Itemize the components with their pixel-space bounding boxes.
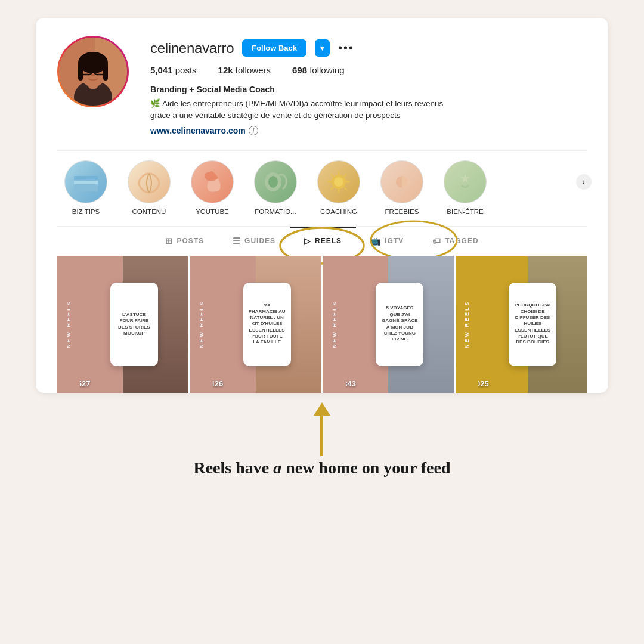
reel-item-2[interactable]: NEW REELS MA PHARMACIE AU NATUREL : UN K… <box>190 256 321 393</box>
tab-guides[interactable]: ☰ GUIDES <box>218 227 290 254</box>
posts-icon: ⊞ <box>165 236 173 246</box>
reel2-text: MA PHARMACIE AU NATUREL : UN KIT D'HUILE… <box>249 302 286 346</box>
tab-tagged[interactable]: 🏷 TAGGED <box>418 227 493 254</box>
annotation-text-part1: Reels have <box>193 459 273 477</box>
reel4-text: POURQUOI J'AI CHOISI DE DIFFUSER DES HUI… <box>514 302 551 346</box>
profile-top-row: celinenavarro Follow Back ▾ ••• <box>150 39 587 57</box>
tab-tagged-label: TAGGED <box>445 237 478 245</box>
dropdown-button[interactable]: ▾ <box>315 39 330 57</box>
instagram-card: celinenavarro Follow Back ▾ ••• 5,041 po… <box>36 18 608 393</box>
highlight-freebies[interactable]: FREEBIES <box>373 160 431 215</box>
bio-line1: 🌿 Aide les entrepreneurs (PME/MLM/VDI)à … <box>150 98 587 110</box>
arrow-stem <box>320 414 323 456</box>
highlight-circle-freebies <box>380 160 423 203</box>
igtv-icon: 📺 <box>370 236 381 246</box>
arrow-head-icon <box>314 402 330 416</box>
reels-grid: NEW REELS L'ASTUCE POUR FAIRE DES STORIE… <box>57 254 587 393</box>
tab-reels-label: REELS <box>315 237 342 245</box>
arrow-up-annotation <box>314 402 330 456</box>
page-container: celinenavarro Follow Back ▾ ••• 5,041 po… <box>0 0 644 644</box>
highlight-circle-contenu <box>128 160 171 203</box>
follow-back-button[interactable]: Follow Back <box>242 39 306 57</box>
tab-guides-label: GUIDES <box>244 237 275 245</box>
highlight-bienetre[interactable]: BIEN-ÊTRE <box>436 160 494 215</box>
svg-line-28 <box>331 187 333 190</box>
svg-rect-14 <box>74 183 98 191</box>
highlight-label-biz: BIZ TIPS <box>72 208 100 215</box>
profile-info: celinenavarro Follow Back ▾ ••• 5,041 po… <box>150 36 587 137</box>
highlight-contenu[interactable]: CONTENU <box>120 160 178 215</box>
tab-posts-label: POSTS <box>177 237 204 245</box>
bio-link[interactable]: www.celinenavarro.com <box>150 125 246 137</box>
highlight-formation[interactable]: FORMATIO... <box>247 160 304 215</box>
highlight-circle-biz <box>64 160 107 203</box>
reel1-text: L'ASTUCE POUR FAIRE DES STORIES MOCKUP <box>116 312 153 337</box>
svg-point-13 <box>91 74 95 76</box>
svg-rect-16 <box>74 176 98 181</box>
avatar-ring <box>57 36 129 107</box>
highlight-circle-bienetre <box>444 160 487 203</box>
highlight-youtube[interactable]: YOUTUBE <box>184 160 241 215</box>
bio-name: Branding + Social Media Coach <box>150 83 587 96</box>
reel-item-1[interactable]: NEW REELS L'ASTUCE POUR FAIRE DES STORIE… <box>57 256 188 393</box>
highlight-label-bienetre: BIEN-ÊTRE <box>447 208 483 215</box>
followers-stat: 12k followers <box>218 65 271 75</box>
tab-igtv[interactable]: 📺 IGTV <box>356 227 418 254</box>
tab-igtv-label: IGTV <box>385 237 404 245</box>
highlight-circle-formation <box>254 160 297 203</box>
svg-line-25 <box>331 174 333 177</box>
highlight-label-formation: FORMATIO... <box>255 208 296 215</box>
stats-row: 5,041 posts 12k followers 698 following <box>150 65 587 75</box>
following-stat: 698 following <box>292 65 345 75</box>
bio-line2: grâce à une véritable stratégie de vente… <box>150 110 587 122</box>
highlight-label-contenu: CONTENU <box>132 208 166 215</box>
info-icon[interactable]: i <box>249 126 258 135</box>
profile-header: celinenavarro Follow Back ▾ ••• 5,041 po… <box>57 36 587 137</box>
tabs-container: ⊞ POSTS ☰ GUIDES ▷ REELS 📺 IGTV 🏷 TA <box>57 226 587 254</box>
reels-icon: ▷ <box>304 236 311 246</box>
svg-line-26 <box>344 187 346 190</box>
following-count: 698 <box>292 65 307 75</box>
highlight-label-freebies: FREEBIES <box>385 208 419 215</box>
tab-posts[interactable]: ⊞ POSTS <box>151 227 218 254</box>
reel-item-3[interactable]: NEW REELS 5 VOYAGES QUE J'AI GAGNÉ GRÂCE… <box>323 256 454 393</box>
posts-stat: 5,041 posts <box>150 65 197 75</box>
tabs-row: ⊞ POSTS ☰ GUIDES ▷ REELS 📺 IGTV 🏷 TA <box>57 227 587 254</box>
highlight-label-coaching: COACHING <box>320 208 357 215</box>
tagged-icon: 🏷 <box>432 236 441 246</box>
svg-point-20 <box>334 177 343 187</box>
followers-count: 12k <box>218 65 233 75</box>
bio: Branding + Social Media Coach 🌿 Aide les… <box>150 83 587 137</box>
chevron-right-icon: › <box>576 174 592 190</box>
annotation-text: Reels have a new home on your feed <box>193 459 450 478</box>
highlight-circle-youtube <box>191 160 234 203</box>
svg-line-27 <box>344 174 346 177</box>
highlight-coaching[interactable]: COACHING <box>310 160 367 215</box>
reel-item-4[interactable]: NEW REELS POURQUOI J'AI CHOISI DE DIFFUS… <box>456 256 587 393</box>
highlight-label-youtube: YOUTUBE <box>196 208 229 215</box>
highlights-more-button[interactable]: › <box>575 160 593 203</box>
bio-link-row: www.celinenavarro.com i <box>150 125 587 137</box>
tab-reels[interactable]: ▷ REELS <box>290 227 356 254</box>
annotation-text-part2: new home on your feed <box>281 459 450 477</box>
annotation-text-italic: a <box>273 459 281 477</box>
posts-count: 5,041 <box>150 65 173 75</box>
svg-point-18 <box>268 176 278 188</box>
highlights-row: BIZ TIPS CONTENU <box>57 150 587 226</box>
annotation-section: Reels have a new home on your feed <box>193 402 450 478</box>
guides-icon: ☰ <box>233 236 241 246</box>
more-options-button[interactable]: ••• <box>338 41 354 55</box>
username: celinenavarro <box>150 40 234 57</box>
avatar <box>59 38 127 106</box>
highlight-circle-coaching <box>317 160 360 203</box>
reel3-text: 5 VOYAGES QUE J'AI GAGNÉ GRÂCE À MON JOB… <box>381 305 418 342</box>
highlight-biz-tips[interactable]: BIZ TIPS <box>57 160 114 215</box>
